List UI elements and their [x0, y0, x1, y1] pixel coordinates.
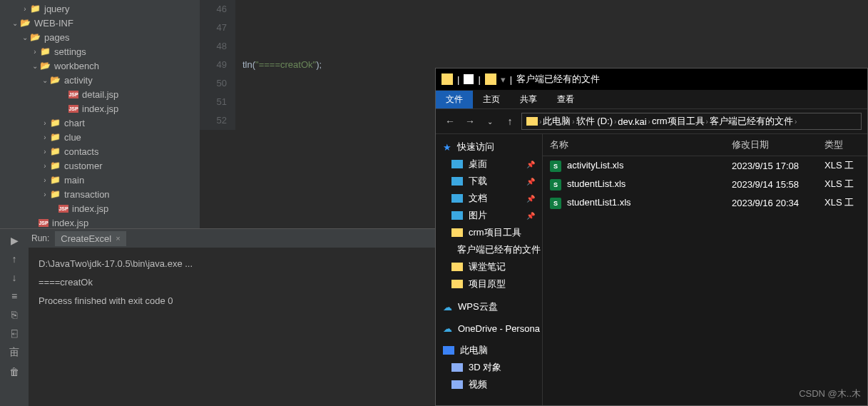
sidebar-item[interactable]: 桌面📌	[436, 156, 542, 173]
run-tool-button[interactable]: ▶	[11, 235, 19, 246]
code-call: tln(	[242, 59, 255, 70]
ribbon-tab[interactable]: 查看	[547, 91, 584, 108]
folder-icon	[526, 117, 538, 126]
tree-item[interactable]: ›📁jquery	[0, 1, 200, 16]
tree-item[interactable]: JSPindex.jsp	[0, 201, 200, 215]
tree-item[interactable]: JSPindex.jsp	[0, 101, 200, 116]
thispc-label: 此电脑	[460, 344, 488, 357]
sidebar-item[interactable]: crm项目工具	[436, 224, 542, 241]
chevron-icon[interactable]: ›	[40, 119, 50, 127]
ribbon-tab[interactable]: 文件	[436, 91, 473, 108]
chevron-icon[interactable]: ›	[40, 191, 50, 198]
tree-item[interactable]: ›📁main	[0, 173, 200, 187]
path-segment[interactable]: 客户端已经有的文件	[710, 115, 793, 128]
path-separator: ›	[614, 118, 616, 126]
path-segment[interactable]: dev.kai	[618, 116, 646, 127]
code-suffix: );	[316, 59, 322, 70]
ribbon-tab[interactable]: 主页	[473, 91, 510, 108]
address-bar[interactable]: › 此电脑›软件 (D:)›dev.kai›crm项目工具›客户端已经有的文件›	[521, 113, 862, 130]
tree-item[interactable]: ›📁contacts	[0, 144, 200, 158]
forward-button[interactable]: →	[461, 113, 479, 130]
path-segment[interactable]: crm项目工具	[652, 115, 705, 128]
folder-icon	[451, 263, 463, 271]
run-tab-title: CreateExcel	[61, 233, 111, 244]
col-type[interactable]: 类型	[824, 138, 860, 151]
file-list: 名称 修改日期 类型 SactivityList.xls2023/9/15 17…	[543, 134, 867, 405]
col-name[interactable]: 名称	[550, 138, 732, 151]
folder-icon: 📁	[30, 4, 41, 14]
chevron-icon[interactable]: ›	[40, 176, 50, 184]
col-date[interactable]: 修改日期	[732, 138, 824, 151]
line-number: 49	[200, 56, 227, 74]
sidebar-item[interactable]: 视频	[436, 376, 542, 393]
run-tool-button[interactable]: ↑	[12, 253, 17, 265]
up-button[interactable]: ↑	[501, 113, 519, 130]
run-tool-button[interactable]: 亩	[9, 346, 19, 359]
pin-icon: 📌	[526, 161, 535, 168]
folder-icon	[451, 211, 463, 220]
run-tool-button[interactable]: 🗑	[9, 366, 19, 377]
code-area[interactable]: tln("====creatOk");	[242, 0, 322, 74]
path-segment[interactable]: 此电脑	[543, 115, 571, 128]
history-dropdown[interactable]: ⌄	[481, 113, 499, 130]
project-tree: ›📁jquery⌄📂WEB-INF⌄📂pages›📁settings⌄📂work…	[0, 0, 200, 228]
this-pc[interactable]: 此电脑	[436, 342, 542, 359]
file-row[interactable]: SactivityList.xls2023/9/15 17:08XLS 工	[543, 156, 867, 175]
onedrive[interactable]: ☁OneDrive - Persona	[436, 321, 542, 336]
folder-icon: 📁	[50, 132, 61, 142]
run-tool-button[interactable]: ≡	[11, 290, 17, 302]
column-headers[interactable]: 名称 修改日期 类型	[543, 134, 867, 156]
chevron-icon[interactable]: ⌄	[30, 62, 40, 70]
tree-item[interactable]: ›📁settings	[0, 44, 200, 59]
wps-cloud[interactable]: ☁WPS云盘	[436, 298, 542, 315]
path-separator: ›	[572, 118, 574, 126]
sidebar-item[interactable]: 文档📌	[436, 190, 542, 207]
tree-item[interactable]: ›📁clue	[0, 130, 200, 144]
tree-label: activity	[64, 75, 93, 86]
tree-item[interactable]: ›📁customer	[0, 158, 200, 173]
tree-item[interactable]: ⌄📂activity	[0, 73, 200, 87]
tree-item[interactable]: ⌄📂workbench	[0, 59, 200, 73]
chevron-icon[interactable]: ⌄	[40, 76, 50, 84]
sidebar-item[interactable]: 客户端已经有的文件	[436, 241, 542, 258]
tree-item[interactable]: ⌄📂WEB-INF	[0, 16, 200, 30]
chevron-icon[interactable]: ›	[40, 133, 50, 141]
chevron-icon[interactable]: ⌄	[10, 19, 20, 27]
sidebar-item[interactable]: 3D 对象	[436, 359, 542, 376]
sidebar-item[interactable]: 课堂笔记	[436, 258, 542, 275]
chevron-icon[interactable]: ›	[40, 148, 50, 156]
close-icon[interactable]: ×	[116, 234, 120, 243]
tree-item[interactable]: ›📁transaction	[0, 187, 200, 201]
sidebar-item[interactable]: 项目原型	[436, 275, 542, 293]
file-name: studentList1.xls	[567, 197, 631, 208]
file-explorer-window: | | ▾ | 客户端已经有的文件 文件主页共享查看 ← → ⌄ ↑ › 此电脑…	[435, 68, 868, 406]
quick-access[interactable]: ★快速访问	[436, 138, 542, 156]
chevron-icon[interactable]: ⌄	[20, 34, 30, 41]
back-button[interactable]: ←	[441, 113, 459, 130]
file-row[interactable]: SstudentList1.xls2023/9/16 20:34XLS 工	[543, 193, 867, 212]
line-number: 47	[200, 19, 227, 37]
run-tool-button[interactable]: ⍇	[11, 328, 17, 339]
run-tool-button[interactable]: ↓	[12, 272, 17, 283]
sidebar-item[interactable]: 图片📌	[436, 207, 542, 224]
tree-item[interactable]: JSPindex.jsp	[0, 215, 200, 228]
folder-icon	[451, 160, 463, 168]
run-tab[interactable]: CreateExcel ×	[55, 231, 126, 246]
line-gutter: 46474849505152	[200, 0, 235, 130]
chevron-icon[interactable]: ›	[20, 5, 30, 13]
sidebar-item[interactable]: 下载📌	[436, 173, 542, 190]
tree-item[interactable]: ⌄📂pages	[0, 30, 200, 44]
run-tool-button[interactable]: ⎘	[11, 309, 17, 320]
chevron-icon[interactable]: ›	[40, 162, 50, 170]
ribbon-tab[interactable]: 共享	[510, 91, 547, 108]
chevron-icon[interactable]: ›	[30, 48, 40, 56]
tree-item[interactable]: ›📁chart	[0, 116, 200, 130]
tree-item[interactable]: JSPdetail.jsp	[0, 87, 200, 101]
cloud-icon: ☁	[443, 323, 452, 334]
sidebar-label: 视频	[469, 378, 487, 391]
explorer-titlebar[interactable]: | | ▾ | 客户端已经有的文件	[436, 68, 867, 90]
jsp-icon: JSP	[58, 205, 68, 213]
path-segment[interactable]: 软件 (D:)	[576, 115, 613, 128]
file-row[interactable]: SstudentList.xls2023/9/14 15:58XLS 工	[543, 175, 867, 193]
folder-icon	[485, 73, 496, 85]
